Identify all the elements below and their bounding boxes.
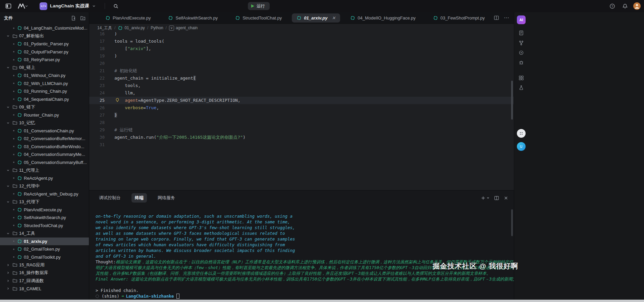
tree-item-PlanAndExecute.py[interactable]: PlanAndExecute.py (0, 206, 89, 214)
git-branch-icon[interactable] (519, 40, 524, 46)
line-number[interactable]: 18 (89, 45, 105, 52)
chevron-right-icon[interactable] (5, 286, 11, 291)
tree-item-05_ConversationSummaryBuff...[interactable]: 05_ConversationSummaryBuff... (0, 159, 89, 167)
split-editor-icon[interactable] (494, 15, 499, 20)
tree-item-04_SequentialChain.py[interactable]: 04_SequentialChain.py (0, 95, 89, 103)
chevron-right-icon[interactable] (5, 270, 11, 275)
tree-item-SelfAskwithSearch.py[interactable]: SelfAskwithSearch.py (0, 214, 89, 222)
line-number[interactable]: 21 (89, 67, 105, 75)
chevron-down-icon[interactable] (5, 168, 11, 173)
chevron-down-icon[interactable] (5, 105, 11, 110)
line-number[interactable]: 28 (89, 119, 105, 126)
tree-item-02_With_LLMChain.py[interactable]: 02_With_LLMChain.py (0, 80, 89, 88)
tree-item-02_GmailToken.py[interactable]: 02_GmailToken.py (0, 245, 89, 253)
tree-item-StructedToolChat.py[interactable]: StructedToolChat.py (0, 222, 89, 230)
editor-tab-StructedToolChat.py[interactable]: StructedToolChat.py (226, 12, 290, 24)
line-number[interactable]: 25 (89, 97, 105, 104)
new-file-icon[interactable] (71, 15, 76, 21)
services-grid-icon[interactable] (519, 75, 524, 81)
line-number[interactable]: 16 (89, 32, 105, 38)
line-number[interactable]: 23 (89, 82, 105, 89)
editor-scrollbar[interactable] (511, 81, 513, 120)
commit-target-icon[interactable] (519, 50, 524, 55)
breadcrumb-item-14_工具[interactable]: 14_工具 (97, 25, 112, 31)
tree-item-03_ConversationBufferWindo...[interactable]: 03_ConversationBufferWindo... (0, 143, 89, 151)
line-number[interactable]: 22 (89, 75, 105, 82)
tree-item-14_工具[interactable]: 14_工具 (0, 229, 89, 238)
more-options-icon[interactable]: ⋯ (504, 16, 509, 19)
tree-item-17_回调函数[interactable]: 17_回调函数 (0, 277, 89, 285)
line-number[interactable]: 30 (89, 134, 105, 141)
tree-item-18_CAMEL[interactable]: 18_CAMEL (0, 285, 89, 293)
user-avatar[interactable] (633, 2, 641, 10)
new-folder-icon[interactable] (80, 15, 86, 21)
close-tab-icon[interactable]: ✕ (332, 16, 335, 20)
line-number[interactable]: 24 (89, 89, 105, 97)
tree-item-03_Running_Chain.py[interactable]: 03_Running_Chain.py (0, 87, 89, 95)
main-menu-logo-icon[interactable] (16, 2, 30, 10)
tool-window-layout-icon[interactable] (4, 2, 13, 10)
chevron-down-icon[interactable] (5, 200, 11, 204)
line-number[interactable]: 29 (89, 126, 105, 134)
chevron-down-icon[interactable] (5, 231, 11, 236)
tree-item-ReActAgent.py[interactable]: ReActAgent.py (0, 174, 89, 182)
chevron-down-icon[interactable] (5, 121, 11, 125)
line-number[interactable]: 31 (89, 141, 105, 148)
plugin-grid-badge-icon[interactable] (517, 129, 526, 138)
panel-tab-网络服务[interactable]: 网络服务 (154, 193, 178, 203)
search-icon[interactable] (112, 2, 120, 10)
close-panel-icon[interactable] (503, 196, 508, 201)
breadcrumb-item-01_arxiv.py[interactable]: 01_arxiv.py (118, 26, 145, 31)
document-icon[interactable] (519, 30, 524, 36)
tree-item-02_OutputFixParser.py[interactable]: 02_OutputFixParser.py (0, 48, 89, 56)
terminal-output[interactable]: on-the-fly reasoning or domain adaptatio… (89, 205, 514, 300)
tree-item-13_代理下[interactable]: 13_代理下 (0, 198, 89, 206)
panel-tab-调试控制台[interactable]: 调试控制台 (96, 193, 124, 203)
chevron-down-icon[interactable] (5, 34, 11, 38)
tree-item-03_RetryParser.py[interactable]: 03_RetryParser.py (0, 56, 89, 64)
line-number[interactable]: 26 (89, 104, 105, 112)
chevron-right-icon[interactable] (5, 278, 11, 283)
tree-item-04_ConversationSummaryMe...[interactable]: 04_ConversationSummaryMe... (0, 150, 89, 159)
tree-item-01_arxiv.py[interactable]: 01_arxiv.py (0, 238, 89, 246)
chevron-down-icon[interactable] (5, 184, 11, 188)
run-button[interactable]: 运行 (248, 2, 270, 10)
tree-item-15_RAG应用[interactable]: 15_RAG应用 (0, 261, 89, 269)
line-number[interactable]: 19 (89, 52, 105, 60)
tree-item-16_操作数据库[interactable]: 16_操作数据库 (0, 269, 89, 277)
notifications-bell-icon[interactable] (621, 2, 629, 10)
chevron-right-icon[interactable] (5, 263, 11, 267)
breadcrumb-item-agent_chain[interactable]: vagent_chain (169, 26, 198, 31)
tree-item-08_链上[interactable]: 08_链上 (0, 64, 89, 72)
tree-item-ReActAgent_with_Debug.py[interactable]: ReActAgent_with_Debug.py (0, 190, 89, 198)
tree-item-04_LangChain_CustomizeMod...[interactable]: 04_LangChain_CustomizeMod... (0, 24, 89, 32)
line-number[interactable]: 17 (89, 38, 105, 45)
help-icon[interactable]: ? (608, 2, 616, 10)
tree-item-03_GmailToolkit.py[interactable]: 03_GmailToolkit.py (0, 253, 89, 261)
editor-tab-SelfAskwithSearch.py[interactable]: SelfAskwithSearch.py (159, 12, 226, 24)
new-terminal-icon[interactable] (481, 196, 490, 201)
tree-item-12_代理中[interactable]: 12_代理中 (0, 182, 89, 190)
editor-tab-01_arxiv.py[interactable]: 01_arxiv.py✕ (292, 13, 340, 23)
code-editor[interactable]: 16)17tools = load_tools(18 ["arxiv"],19)… (89, 32, 514, 190)
tree-item-Rounter_Chain.py[interactable]: Rounter_Chain.py (0, 111, 89, 119)
tree-item-10_记忆[interactable]: 10_记忆 (0, 119, 89, 127)
tree-item-07_解析输出[interactable]: 07_解析输出 (0, 32, 89, 40)
project-selector[interactable]: </> LangChain 实战课 (38, 1, 98, 11)
tree-item-01_ConversationChain.py[interactable]: 01_ConversationChain.py (0, 127, 89, 135)
terminal-scrollbar[interactable] (511, 209, 513, 236)
editor-tab-03_FewShotPrompt.py[interactable]: 03_FewShotPrompt.py (424, 12, 493, 24)
editor-tab-04_ModelIO_HuggingFace.py[interactable]: 04_ModelIO_HuggingFace.py (341, 12, 424, 24)
tree-item-11_代理上[interactable]: 11_代理上 (0, 166, 89, 174)
tree-item-09_链下[interactable]: 09_链下 (0, 103, 89, 111)
split-panel-icon[interactable] (494, 196, 499, 201)
ai-assistant-icon[interactable]: AI (517, 15, 526, 24)
bug-problems-icon[interactable] (519, 60, 524, 65)
flask-icon[interactable] (519, 85, 524, 90)
line-number[interactable]: 20 (89, 60, 105, 67)
tree-item-01_Pydantic_Parser.py[interactable]: 01_Pydantic_Parser.py (0, 40, 89, 48)
panel-tab-终端[interactable]: 终端 (131, 193, 147, 203)
editor-tab-PlanAndExecute.py[interactable]: PlanAndExecute.py (97, 12, 159, 24)
line-number[interactable]: 27 (89, 112, 105, 119)
ai-chat-face-badge-icon[interactable] (517, 142, 526, 151)
